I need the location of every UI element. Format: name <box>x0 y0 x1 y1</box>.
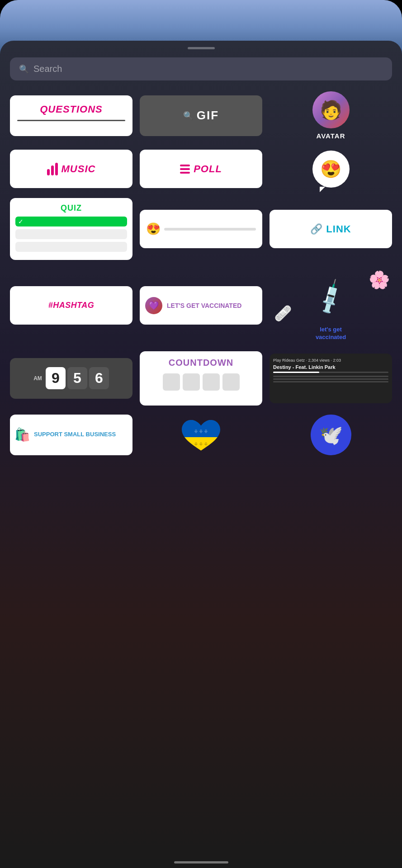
emoji-bubble: 😍 <box>312 151 350 188</box>
search-icon: 🔍 <box>19 64 29 74</box>
dove-svg: 🕊️ <box>317 421 345 448</box>
gif-label: GIF <box>197 108 219 123</box>
drag-handle[interactable] <box>188 47 215 49</box>
mp-top-text: Play Rideau Getz · 2,304 views · 2:03 <box>273 358 388 363</box>
music-bar-1 <box>47 169 50 175</box>
svg-text:⚘⚘⚘: ⚘⚘⚘ <box>194 441 208 447</box>
syringe-illustration: 🌸 💉 🩹 <box>270 270 392 324</box>
avatar-sticker[interactable]: 🧑 AVATAR <box>270 91 392 140</box>
poll-sticker[interactable]: POLL <box>140 150 262 188</box>
syringe-icon: 💉 <box>310 277 351 318</box>
ukraine-heart-sticker[interactable]: ⚘⚘⚘ ⚘⚘⚘ <box>140 419 262 455</box>
countdown-box-2 <box>183 373 200 391</box>
svg-text:⚘⚘⚘: ⚘⚘⚘ <box>194 428 208 434</box>
search-bar[interactable]: 🔍 Search <box>10 57 392 80</box>
music-bar-2 <box>51 165 54 175</box>
peace-dove: 🕊️ <box>311 415 351 455</box>
quiz-answer-1 <box>15 229 127 239</box>
vaccinated-label: LET'S GET VACCINATED <box>167 302 241 310</box>
vaccinated-sticker[interactable]: 💜 LET'S GET VACCINATED <box>140 270 262 341</box>
phone-frame: 🔍 Search QUESTIONS 🔍 GIF 🧑 <box>0 0 402 868</box>
shopping-bag-icon: 🛍️ <box>14 427 30 442</box>
mp-progress-fill <box>273 372 319 373</box>
clock-sticker[interactable]: AM 9 5 6 <box>10 351 132 406</box>
link-sticker[interactable]: 🔗 LINK <box>270 198 392 260</box>
vaccinated-illustrated-sticker[interactable]: 🌸 💉 🩹 let's getvaccinated <box>270 270 392 341</box>
clock-second: 6 <box>89 367 109 389</box>
vacc-icon: 💜 <box>145 297 162 314</box>
search-input[interactable]: Search <box>33 64 62 74</box>
vacc2-label: let's getvaccinated <box>316 326 346 341</box>
link-icon: 🔗 <box>310 223 322 235</box>
emoji-bubble-sticker[interactable]: 😍 <box>270 150 392 188</box>
bottom-sticker-row: 🛍️ SUPPORT SMALL BUSINESS <box>0 406 402 464</box>
hashtag-label: #HASHTAG <box>48 301 95 310</box>
questions-sticker[interactable]: QUESTIONS <box>10 91 132 140</box>
music-player-sticker[interactable]: Play Rideau Getz · 2,304 views · 2:03 De… <box>270 351 392 406</box>
countdown-boxes <box>163 373 240 391</box>
poll-lines-icon <box>180 165 190 174</box>
slider-row: 😍 <box>146 222 256 236</box>
music-bar-3 <box>55 163 58 175</box>
gif-sticker[interactable]: 🔍 GIF <box>140 91 262 140</box>
clock-hour: 9 <box>46 367 66 389</box>
clock-am-label: AM <box>33 375 42 382</box>
support-label: SUPPORT SMALL BUSINESS <box>34 431 116 439</box>
sticker-grid: QUESTIONS 🔍 GIF 🧑 AVATAR <box>0 80 402 406</box>
music-label: MUSIC <box>61 163 96 175</box>
poll-label: POLL <box>194 163 222 175</box>
support-small-business-sticker[interactable]: 🛍️ SUPPORT SMALL BUSINESS <box>10 415 132 455</box>
ukraine-heart: ⚘⚘⚘ ⚘⚘⚘ <box>182 419 220 455</box>
quiz-label: QUIZ <box>15 203 127 213</box>
mp-lines <box>273 376 388 382</box>
slider-track[interactable] <box>164 228 256 231</box>
link-label: LINK <box>326 223 351 235</box>
bandaid-icon: 🩹 <box>274 305 292 322</box>
countdown-box-1 <box>163 373 180 391</box>
countdown-sticker[interactable]: COUNTDOWN <box>140 351 262 406</box>
music-bars <box>47 163 58 175</box>
questions-label: QUESTIONS <box>17 104 125 115</box>
countdown-box-3 <box>203 373 220 391</box>
mp-song-info: Destiny - Feat. Linkin Park <box>273 364 388 370</box>
quiz-answer-correct: ✓ <box>15 217 127 226</box>
mp-progress-bar[interactable] <box>273 372 388 373</box>
music-sticker[interactable]: MUSIC <box>10 150 132 188</box>
avatar-label: AVATAR <box>316 132 345 140</box>
countdown-box-4 <box>222 373 240 391</box>
main-panel: 🔍 Search QUESTIONS 🔍 GIF 🧑 <box>0 41 402 868</box>
quiz-sticker[interactable]: QUIZ ✓ <box>10 198 132 260</box>
avatar-image: 🧑 <box>312 91 350 128</box>
clock-minute: 5 <box>67 367 87 389</box>
hashtag-sticker[interactable]: #HASHTAG <box>10 270 132 341</box>
home-indicator[interactable] <box>174 861 228 863</box>
ukraine-heart-svg: ⚘⚘⚘ ⚘⚘⚘ <box>182 419 220 455</box>
peace-dove-sticker[interactable]: 🕊️ <box>270 415 392 455</box>
flower-icon: 🌸 <box>369 270 390 290</box>
slider-sticker[interactable]: 😍 <box>140 198 262 260</box>
svg-text:🕊️: 🕊️ <box>319 424 343 447</box>
gif-search-icon: 🔍 <box>183 111 193 121</box>
countdown-label: COUNTDOWN <box>169 358 233 368</box>
quiz-answer-2 <box>15 242 127 252</box>
slider-emoji: 😍 <box>146 222 161 236</box>
questions-underline <box>17 120 125 121</box>
